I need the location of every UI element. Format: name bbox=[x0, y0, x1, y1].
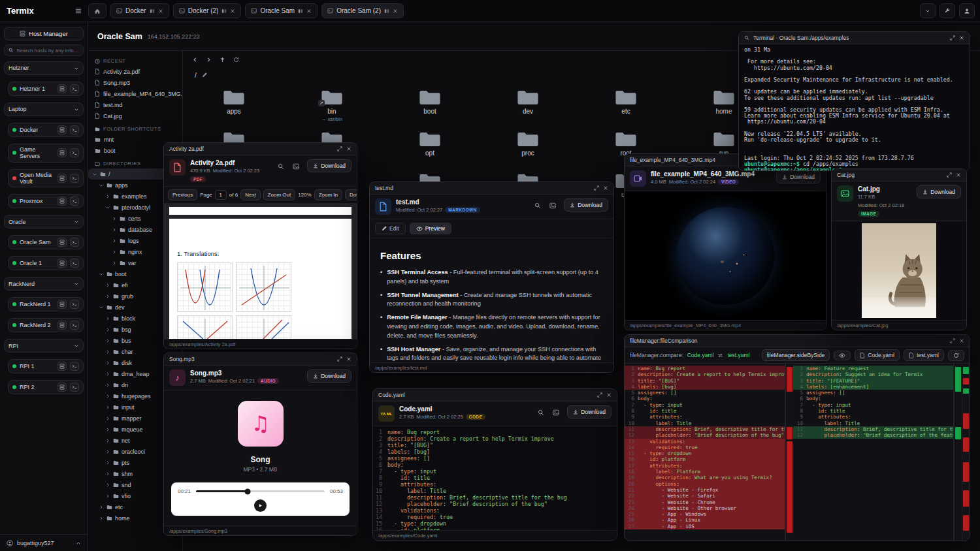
connect-file-manager-button[interactable] bbox=[57, 259, 67, 268]
chevron-right-icon[interactable] bbox=[105, 283, 110, 288]
diff-left-minimap[interactable] bbox=[785, 364, 793, 540]
close-icon[interactable] bbox=[603, 185, 608, 191]
tab-docker-2[interactable]: Docker (2) bbox=[173, 3, 242, 18]
connect-file-manager-button[interactable] bbox=[57, 383, 67, 392]
split-icon[interactable] bbox=[150, 8, 155, 14]
host-item-rpi-2[interactable]: RPI 2 bbox=[8, 380, 84, 394]
panel-dropdown-button[interactable] bbox=[920, 3, 936, 18]
connect-terminal-button[interactable] bbox=[70, 259, 79, 268]
chevron-right-icon[interactable] bbox=[112, 216, 117, 221]
tab-oracle-sam-2[interactable]: Oracle Sam (2) bbox=[321, 3, 404, 18]
tab-docker[interactable]: Docker bbox=[110, 3, 169, 18]
chevron-right-icon[interactable] bbox=[105, 360, 110, 366]
close-icon[interactable] bbox=[230, 8, 235, 14]
diff-left-pane[interactable]: 1name: Bug report2description: Create a … bbox=[625, 364, 785, 540]
expand-icon[interactable] bbox=[594, 185, 599, 191]
host-item-oracle-1[interactable]: Oracle 1 bbox=[8, 256, 84, 270]
recent-item-activity-2a-pdf[interactable]: Activity 2a.pdf bbox=[88, 66, 182, 77]
close-icon[interactable] bbox=[158, 8, 163, 14]
pdf-page-view[interactable]: 1. Translations: bbox=[164, 204, 357, 339]
search-input[interactable] bbox=[16, 48, 79, 54]
window-titlebar[interactable]: Activity 2a.pdf bbox=[164, 143, 357, 155]
download-button[interactable]: Download bbox=[917, 185, 961, 198]
connect-terminal-button[interactable] bbox=[70, 321, 79, 330]
chevron-down-icon[interactable] bbox=[92, 172, 97, 177]
window-titlebar[interactable]: Code.yaml bbox=[373, 389, 617, 401]
image-frame[interactable] bbox=[832, 221, 966, 320]
forward-icon[interactable] bbox=[206, 57, 212, 63]
connect-file-manager-button[interactable] bbox=[57, 362, 67, 371]
connect-terminal-button[interactable] bbox=[70, 84, 79, 93]
host-item-game-servers[interactable]: Game Servers bbox=[8, 144, 84, 163]
page-input[interactable] bbox=[215, 190, 227, 200]
connect-terminal-button[interactable] bbox=[70, 197, 79, 206]
window-titlebar[interactable]: Cat.jpg bbox=[832, 169, 966, 181]
recent-item-test-md[interactable]: test.md bbox=[88, 99, 182, 110]
pdf-download-button[interactable]: Download bbox=[345, 189, 357, 200]
zoom-in-button[interactable]: Zoom In bbox=[314, 189, 342, 200]
refresh-comparison-button[interactable] bbox=[948, 350, 964, 361]
tab-preview[interactable]: Preview bbox=[410, 223, 451, 234]
account-row[interactable]: bugattiguy527 bbox=[0, 534, 88, 551]
connect-terminal-button[interactable] bbox=[70, 383, 79, 392]
chevron-right-icon[interactable] bbox=[112, 260, 117, 266]
diff-right-pane[interactable]: 1name: Feature request2description: Sugg… bbox=[793, 364, 954, 540]
connect-terminal-button[interactable] bbox=[70, 148, 79, 157]
chevron-down-icon[interactable] bbox=[74, 107, 79, 112]
host-item-docker[interactable]: Docker bbox=[8, 123, 84, 137]
download-button[interactable]: Download bbox=[564, 198, 608, 212]
window-titlebar[interactable]: test.md bbox=[370, 182, 613, 195]
split-icon[interactable] bbox=[221, 8, 227, 14]
preview-icon[interactable] bbox=[547, 200, 558, 211]
visibility-toggle[interactable] bbox=[834, 351, 851, 360]
chevron-down-icon[interactable] bbox=[74, 281, 79, 287]
host-item-oracle-sam[interactable]: Oracle Sam bbox=[8, 235, 84, 249]
chevron-right-icon[interactable] bbox=[105, 460, 110, 465]
download-button[interactable]: Download bbox=[307, 370, 351, 383]
seek-handle[interactable] bbox=[244, 488, 250, 494]
host-group-laptop[interactable]: Laptop bbox=[4, 102, 84, 116]
chevron-right-icon[interactable] bbox=[99, 505, 104, 510]
open-left-file-button[interactable]: Code.yaml bbox=[855, 349, 900, 361]
chevron-right-icon[interactable] bbox=[99, 516, 104, 521]
chevron-right-icon[interactable] bbox=[112, 249, 117, 255]
open-right-file-button[interactable]: test.yaml bbox=[904, 349, 944, 361]
host-item-proxmox[interactable]: Proxmox bbox=[8, 194, 84, 208]
search-icon[interactable] bbox=[532, 200, 543, 211]
chevron-right-icon[interactable] bbox=[105, 327, 110, 332]
connect-file-manager-button[interactable] bbox=[57, 300, 67, 309]
menu-icon[interactable] bbox=[75, 8, 82, 14]
close-icon[interactable] bbox=[346, 146, 351, 151]
host-item-open-media-vault[interactable]: Open Media Vault bbox=[8, 169, 84, 188]
diff-scroll-minimap[interactable] bbox=[962, 364, 970, 540]
close-icon[interactable] bbox=[346, 356, 351, 362]
host-item-hetzner-1[interactable]: Hetzner 1 bbox=[8, 82, 84, 96]
chevron-down-icon[interactable] bbox=[99, 272, 104, 277]
back-icon[interactable] bbox=[192, 57, 198, 63]
file-item-opt[interactable]: opt bbox=[381, 131, 479, 172]
connect-file-manager-button[interactable] bbox=[57, 148, 67, 157]
preview-icon[interactable] bbox=[551, 407, 561, 418]
connect-file-manager-button[interactable] bbox=[57, 125, 67, 134]
host-item-racknerd-2[interactable]: RackNerd 2 bbox=[8, 318, 84, 332]
split-icon[interactable] bbox=[298, 8, 303, 14]
terminal-output[interactable]: on 31 Ma For more details see: https://u… bbox=[739, 44, 970, 170]
chevron-down-icon[interactable] bbox=[99, 305, 104, 310]
chevron-right-icon[interactable] bbox=[112, 238, 117, 244]
tab-edit[interactable]: Edit bbox=[375, 223, 406, 234]
video-frame[interactable] bbox=[625, 191, 826, 320]
seek-slider[interactable] bbox=[196, 490, 325, 492]
search-icon[interactable] bbox=[744, 35, 749, 40]
play-button[interactable] bbox=[254, 499, 267, 512]
download-button[interactable]: Download bbox=[307, 159, 351, 172]
host-group-rpi[interactable]: RPI bbox=[4, 339, 84, 353]
chevron-right-icon[interactable] bbox=[105, 416, 110, 421]
tab-oracle-sam[interactable]: Oracle Sam bbox=[245, 3, 318, 18]
host-item-racknerd-1[interactable]: RackNerd 1 bbox=[8, 297, 84, 311]
host-group-hetzner[interactable]: Hetzner bbox=[4, 61, 84, 75]
file-item-bin[interactable]: ↗bin→ usr/bin bbox=[283, 89, 381, 131]
chevron-right-icon[interactable] bbox=[105, 482, 110, 488]
close-icon[interactable] bbox=[959, 338, 964, 343]
edit-path-icon[interactable] bbox=[202, 72, 207, 78]
close-icon[interactable] bbox=[959, 35, 964, 40]
